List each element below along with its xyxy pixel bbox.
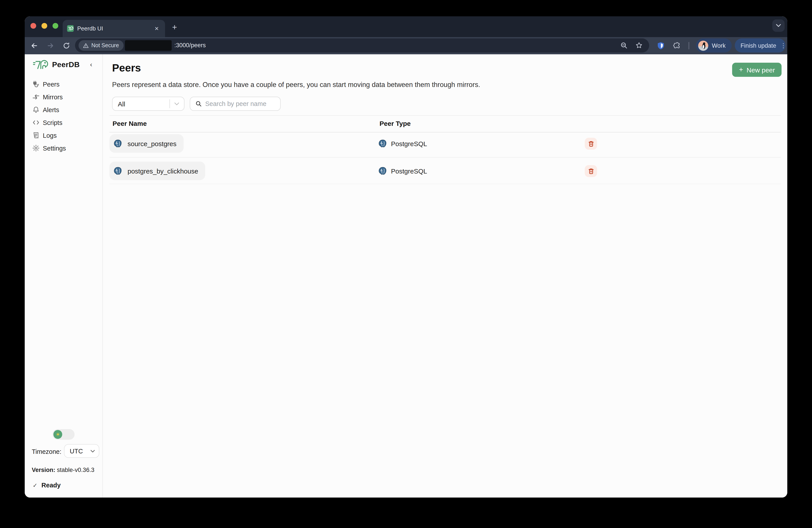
sun-icon: ☀ (54, 430, 62, 439)
extensions-puzzle-icon[interactable] (673, 42, 681, 49)
status-text: Ready (42, 482, 61, 489)
timezone-value: UTC (70, 447, 90, 455)
peerdb-logo-icon (33, 59, 49, 71)
peer-name-chip[interactable]: source_postgres (110, 134, 184, 153)
page-description: Peers represent a data store. Once you h… (112, 81, 480, 89)
column-header-peer-type: Peer Type (379, 120, 411, 127)
divider (110, 132, 781, 132)
tab-search-button[interactable] (772, 19, 785, 32)
sidebar-item-label: Mirrors (43, 94, 63, 100)
peer-name-chip[interactable]: postgres_by_clickhouse (110, 161, 205, 180)
row-divider (110, 184, 781, 184)
finish-update-button[interactable]: Finish update ⋮ (735, 39, 785, 53)
zoom-out-icon[interactable] (621, 42, 627, 49)
sidebar-item-label: Peers (43, 81, 60, 88)
postgresql-icon (113, 167, 122, 175)
chevron-down-icon (90, 449, 95, 452)
minimize-window-button[interactable] (42, 23, 47, 29)
search-input[interactable] (205, 100, 276, 107)
trash-icon (588, 140, 594, 147)
chevron-down-icon (776, 24, 781, 27)
tab-strip: Peerdb UI ✕ + (25, 16, 787, 37)
finish-update-label: Finish update (740, 42, 776, 49)
security-chip[interactable]: Not Secure (78, 40, 124, 51)
sidebar-item-mirrors[interactable]: Mirrors (25, 90, 102, 103)
close-window-button[interactable] (30, 23, 36, 29)
version-value: stable-v0.36.3 (55, 467, 95, 473)
postgresql-icon (113, 139, 122, 148)
peer-type-filter-select[interactable]: All (112, 97, 185, 111)
screenshot-stage: Peerdb UI ✕ + (0, 0, 812, 528)
row-divider (110, 157, 781, 158)
back-icon[interactable] (30, 42, 38, 49)
check-icon: ✓ (33, 482, 38, 488)
sidebar-collapse-icon[interactable]: ‹ (90, 60, 92, 68)
delete-peer-button[interactable] (585, 138, 597, 149)
security-chip-label: Not Secure (91, 42, 119, 48)
address-bar[interactable]: Not Secure :3000/peers (75, 39, 649, 53)
select-divider (170, 99, 170, 108)
sidebar-item-settings[interactable]: Settings (25, 142, 102, 155)
divider (110, 115, 781, 116)
timezone-select[interactable]: UTC (64, 444, 99, 458)
tab-close-icon[interactable]: ✕ (153, 25, 161, 32)
sidebar-nav: Peers Mirrors (25, 78, 102, 155)
browser-toolbar: Not Secure :3000/peers (25, 37, 787, 54)
sidebar-item-label: Logs (43, 132, 57, 139)
peer-type-cell: PostgreSQL (378, 161, 427, 180)
postgresql-icon (378, 167, 387, 175)
sidebar-item-label: Alerts (43, 106, 59, 113)
browser-tab-peerdb[interactable]: Peerdb UI ✕ (63, 20, 165, 37)
mirror-arrows-icon (32, 93, 40, 101)
main-content: Peers Peers represent a data store. Once… (103, 54, 787, 498)
sidebar-item-logs[interactable]: Logs (25, 129, 102, 142)
theme-toggle[interactable]: ☀ (53, 429, 75, 440)
new-peer-button[interactable]: + New peer (733, 63, 782, 77)
peer-type: PostgreSQL (391, 167, 427, 175)
tab-title: Peerdb UI (77, 25, 153, 32)
chevron-down-icon (174, 102, 179, 105)
plug-icon (32, 80, 40, 88)
sidebar-item-peers[interactable]: Peers (25, 78, 102, 90)
profile-label: Work (712, 42, 726, 49)
penguin-avatar-icon (698, 40, 708, 51)
sidebar: PeerDB ‹ Peers (25, 54, 103, 498)
column-header-peer-name: Peer Name (113, 120, 147, 127)
delete-peer-button[interactable] (585, 165, 597, 177)
profile-button[interactable]: Work (696, 39, 732, 53)
postgresql-icon (378, 139, 387, 148)
browser-menu-icon[interactable]: ⋮ (780, 43, 786, 48)
brand-name: PeerDB (52, 60, 79, 69)
sidebar-item-label: Settings (43, 145, 66, 152)
new-tab-button[interactable]: + (170, 23, 179, 31)
bookmark-star-icon[interactable] (636, 42, 642, 49)
gear-icon (32, 144, 40, 152)
sidebar-item-alerts[interactable]: Alerts (25, 103, 102, 116)
forward-icon[interactable] (47, 42, 54, 49)
brand-row: PeerDB (33, 59, 79, 71)
peer-type: PostgreSQL (391, 140, 427, 147)
peerdb-favicon-icon (67, 25, 74, 32)
bell-icon (32, 106, 40, 113)
reload-icon[interactable] (63, 42, 70, 49)
sidebar-item-label: Scripts (43, 119, 62, 126)
zoom-window-button[interactable] (53, 23, 58, 29)
search-icon (195, 101, 202, 107)
code-icon (32, 119, 40, 126)
sidebar-item-scripts[interactable]: Scripts (25, 116, 102, 129)
peer-name: postgres_by_clickhouse (128, 167, 198, 175)
filter-value: All (118, 100, 170, 108)
url-redacted-host (125, 40, 172, 51)
new-peer-label: New peer (747, 66, 775, 73)
browser-window: Peerdb UI ✕ + (25, 16, 787, 498)
peerdb-app: PeerDB ‹ Peers (25, 54, 787, 498)
password-manager-shield-icon[interactable] (657, 42, 664, 49)
page-title: Peers (112, 62, 141, 74)
peer-type-cell: PostgreSQL (378, 134, 427, 153)
url-text: :3000/peers (174, 39, 206, 53)
warning-icon (83, 43, 89, 48)
version-label: Version: (32, 467, 55, 473)
timezone-label: Timezone: (32, 448, 61, 455)
peer-name: source_postgres (128, 140, 176, 147)
log-receipt-icon (32, 131, 40, 139)
